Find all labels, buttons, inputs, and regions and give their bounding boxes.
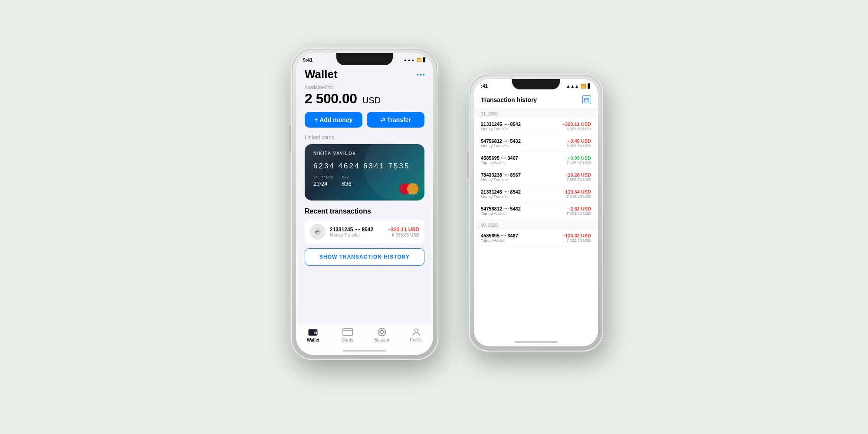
action-buttons: + Add money ⇄ Transfer [296, 112, 433, 135]
phone-back: :41 ▲▲▲ 📶 ▋ Transaction history [469, 74, 603, 352]
balance-currency: USD [362, 95, 381, 105]
history-item: 21331245 ···· 8542 Money Transfer −323.1… [474, 118, 598, 135]
tx-type: Money Transfer [330, 233, 384, 237]
dot-1 [417, 74, 418, 76]
history-item: 4585695 ···· 3467 Top-up Wallet +3.99 US… [474, 152, 598, 169]
tab-cards[interactable]: Cards [330, 328, 365, 342]
available-label: Available limit [305, 85, 424, 90]
front-phone-screen: 9:41 ▲▲▲ 📶 ▋ Wallet [296, 53, 433, 355]
transaction-history-screen: :41 ▲▲▲ 📶 ▋ Transaction history [474, 79, 598, 346]
tx-card: 21331245 ···· 8542 [330, 227, 384, 233]
dot-2 [420, 74, 421, 76]
history-item: 4585695 ···· 3467 Top-up Wallet −124.32 … [474, 230, 598, 247]
battery-icon-back: ▋ [588, 84, 591, 89]
wallet-title: Wallet [305, 68, 338, 81]
svg-point-11 [380, 330, 384, 334]
time-back: :41 [481, 83, 488, 89]
history-item: 78433238 ···· 8967 Money Transfer −10.28… [474, 169, 598, 186]
scene: :41 ▲▲▲ 📶 ▋ Transaction history [239, 22, 629, 412]
cvv-field: CVV 636 [342, 176, 352, 187]
tx-icon [310, 224, 326, 240]
svg-rect-8 [343, 329, 352, 335]
wallet-tab-icon [308, 328, 319, 336]
time-front: 9:41 [303, 57, 312, 62]
history-title: Transaction history [481, 96, 537, 103]
volume-up-button[interactable] [603, 143, 605, 161]
recent-transactions-title: Recent transactions [305, 207, 424, 215]
back-phone-screen: :41 ▲▲▲ 📶 ▋ Transaction history [474, 79, 598, 346]
mastercard-icon [399, 183, 418, 194]
profile-tab-icon [411, 328, 421, 336]
balance-amount: 2 500.00 [305, 91, 357, 106]
svg-rect-0 [585, 98, 589, 102]
history-header: Transaction history [474, 90, 598, 108]
wifi-icon-front: 📶 [417, 58, 421, 62]
card-number: 6234 4624 6341 7535 [313, 162, 416, 171]
front-volume-down[interactable] [438, 139, 440, 156]
tx-balance: 6 335.85 USD [388, 233, 419, 237]
valid-thru-value: 23/24 [313, 181, 328, 187]
phone-front: 9:41 ▲▲▲ 📶 ▋ Wallet [291, 48, 438, 360]
balance-display: 2 500.00 USD [305, 91, 424, 107]
cards-tab-icon [342, 328, 353, 336]
add-money-button[interactable]: + Add money [305, 112, 362, 128]
tab-support[interactable]: Support [365, 328, 399, 342]
tab-wallet[interactable]: Wallet [296, 328, 330, 342]
status-icons-front: ▲▲▲ 📶 ▋ [403, 58, 426, 62]
tab-cards-label: Cards [342, 338, 353, 342]
home-indicator-front [343, 350, 386, 352]
volume-down-button[interactable] [603, 165, 605, 182]
support-tab-icon [377, 328, 387, 336]
notch-back [512, 79, 560, 89]
cvv-value: 636 [342, 181, 352, 187]
svg-point-7 [315, 332, 316, 334]
history-item: 54756812 ···· 5432 Money Transfer −3.45 … [474, 135, 598, 152]
status-icons-back: ▲▲▲ 📶 ▋ [566, 84, 591, 89]
signal-icon-back: ▲▲▲ [566, 84, 579, 89]
card-section: Linked cards NIKITA VAVILOV 6234 4624 63… [296, 135, 433, 207]
linked-cards-label: Linked cards [305, 135, 424, 141]
wallet-header: Wallet [296, 64, 433, 83]
wallet-content: Wallet Available limit 2 500.00 USD [296, 64, 433, 273]
date-group-2-label: 10, 2020 [474, 220, 598, 230]
transfer-button[interactable]: ⇄ Transfer [367, 112, 424, 128]
tab-profile-label: Profile [410, 338, 422, 342]
notch-front [336, 53, 393, 65]
tab-support-label: Support [374, 338, 389, 342]
hi-left: 21331245 ···· 8542 Money Transfer [481, 122, 521, 131]
balance-section: Available limit 2 500.00 USD [296, 83, 433, 112]
history-item: 21331245 ···· 8542 Money Transfer −119.6… [474, 186, 598, 203]
tab-profile[interactable]: Profile [399, 328, 433, 342]
valid-thru-field: VALID THRU 23/24 [313, 176, 333, 187]
card-holder: NIKITA VAVILOV [313, 151, 416, 156]
valid-thru-label: VALID THRU [313, 176, 333, 179]
battery-icon-front: ▋ [423, 58, 426, 62]
wifi-icon-back: 📶 [581, 84, 586, 89]
tab-wallet-label: Wallet [307, 338, 319, 342]
dot-3 [423, 74, 424, 76]
more-menu-button[interactable] [417, 74, 424, 76]
signal-icon-front: ▲▲▲ [403, 58, 415, 62]
power-button[interactable] [467, 152, 469, 178]
transactions-section: Recent transactions 21331245 ···· 8542 M… [296, 207, 433, 273]
svg-point-16 [414, 329, 418, 332]
show-transaction-history-button[interactable]: SHOW TRANSACTION HISTORY [305, 248, 424, 266]
credit-card[interactable]: NIKITA VAVILOV 6234 4624 6341 7535 VALID… [305, 144, 424, 201]
home-indicator-back [514, 341, 558, 343]
tx-amount-wrap: −323.11 USD 6 335.85 USD [388, 227, 419, 237]
tx-info: 21331245 ···· 8542 Money Transfer [330, 227, 384, 237]
calendar-icon[interactable] [582, 95, 591, 104]
transaction-item[interactable]: 21331245 ···· 8542 Money Transfer −323.1… [305, 220, 424, 244]
tx-amount: −323.11 USD [388, 227, 419, 233]
hi-right: −323.11 USD 6 335.85 USD [562, 122, 591, 131]
front-volume-up[interactable] [438, 117, 440, 135]
cvv-label: CVV [342, 176, 352, 179]
history-item: 54756812 ···· 5432 Top-up Wallet −2.62 U… [474, 203, 598, 220]
date-group-1-label: 11, 2020 [474, 108, 598, 118]
mc-right [407, 183, 418, 194]
front-power-button[interactable] [289, 126, 291, 152]
